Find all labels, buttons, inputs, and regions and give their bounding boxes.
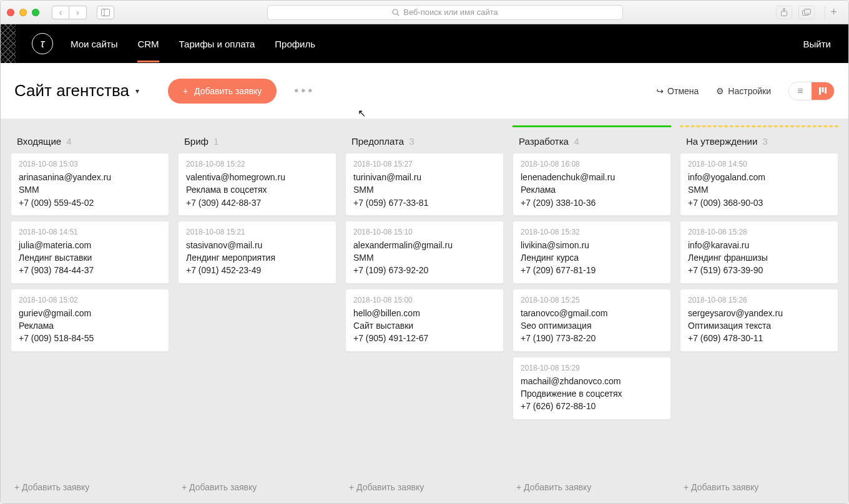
card-phone: +7 (059) 677-33-81 [353, 196, 496, 209]
browser-titlebar: ‹ › Веб-поиск или имя сайта + [1, 1, 848, 24]
lead-card[interactable]: 2018-10-08 15:21stasivanov@mail.ruЛендин… [178, 221, 336, 284]
card-service: SMM [353, 183, 496, 196]
lead-card[interactable]: 2018-10-08 15:27turinivan@mail.ruSMM+7 (… [345, 153, 504, 216]
card-email: stasivanov@mail.ru [186, 239, 328, 251]
card-timestamp: 2018-10-08 15:00 [353, 296, 496, 304]
card-timestamp: 2018-10-08 15:25 [521, 296, 663, 304]
card-service: Сайт выставки [353, 319, 496, 332]
column-title: Предоплата [351, 136, 404, 147]
share-button[interactable] [776, 6, 792, 19]
card-email: machail@zhdanovco.com [521, 375, 663, 387]
card-service: SMM [688, 183, 830, 196]
plus-icon: + [830, 6, 837, 19]
card-email: valentiva@homegrown.ru [186, 171, 328, 183]
kanban-column: На утверждении 32018-10-08 14:50info@yog… [680, 125, 838, 497]
column-cards: 2018-10-08 15:03arinasanina@yandex.ruSMM… [11, 153, 169, 352]
lead-card[interactable]: 2018-10-08 15:32livikina@simon.ruЛендинг… [513, 221, 671, 284]
back-button[interactable]: ‹ [52, 6, 69, 19]
app-logo[interactable]: τ [32, 33, 53, 54]
minimize-window-button[interactable] [19, 9, 27, 16]
card-timestamp: 2018-10-08 15:32 [521, 228, 663, 236]
column-cards: 2018-10-08 16:08lenenadenchuk@mail.ruРек… [513, 153, 671, 420]
lead-card[interactable]: 2018-10-08 15:28info@karavai.ruЛендинг ф… [680, 221, 838, 284]
app-header: τ Мои сайты CRM Тарифы и оплата Профиль … [1, 24, 848, 63]
forward-button[interactable]: › [69, 6, 87, 19]
close-window-button[interactable] [7, 9, 14, 16]
list-view-button[interactable]: ≡ [789, 82, 812, 100]
svg-rect-0 [102, 9, 110, 16]
lead-card[interactable]: 2018-10-08 15:22valentiva@homegrown.ruРе… [178, 153, 336, 216]
lead-card[interactable]: 2018-10-08 16:08lenenadenchuk@mail.ruРек… [513, 153, 671, 216]
card-phone: +7 (519) 673-39-90 [688, 264, 830, 276]
view-toggle: ≡ [788, 82, 835, 100]
more-menu-button[interactable]: ••• [294, 84, 315, 98]
lead-card[interactable]: 2018-10-08 15:10alexandermalin@gmail.ruS… [345, 221, 504, 284]
card-phone: +7 (190) 773-82-20 [521, 332, 663, 344]
column-header[interactable]: Разработка 4 [513, 127, 671, 153]
add-request-button[interactable]: + Добавить заявку [168, 79, 277, 104]
cancel-button[interactable]: ↩ Отмена [656, 86, 699, 96]
browser-nav-buttons: ‹ › [52, 6, 87, 19]
card-service: Лендинг курса [521, 251, 663, 264]
card-service: Seo оптимизация [521, 319, 663, 332]
new-tab-button[interactable]: + [825, 6, 842, 19]
lead-card[interactable]: 2018-10-08 14:51julia@materia.comЛендинг… [11, 221, 169, 284]
column-count: 3 [763, 136, 768, 147]
tabs-icon [802, 9, 811, 16]
zoom-window-button[interactable] [32, 9, 39, 16]
add-card-button[interactable]: + Добавить заявку [680, 477, 838, 497]
page-toolbar: Сайт агентства ▾ + Добавить заявку ••• ↩… [1, 63, 848, 119]
card-phone: +7 (109) 673-92-20 [353, 264, 496, 276]
add-card-button[interactable]: + Добавить заявку [11, 477, 169, 497]
lead-card[interactable]: 2018-10-08 15:03arinasanina@yandex.ruSMM… [11, 153, 169, 216]
logout-link[interactable]: Выйти [803, 39, 831, 49]
header-texture [1, 24, 16, 63]
column-header[interactable]: Бриф 1 [178, 127, 336, 153]
card-phone: +7 (209) 677-81-19 [521, 264, 663, 276]
sidebar-toggle-button[interactable] [97, 6, 114, 19]
nav-pricing[interactable]: Тарифы и оплата [179, 25, 255, 62]
lead-card[interactable]: 2018-10-08 14:50info@yogaland.comSMM+7 (… [680, 153, 838, 216]
kanban-board: Входящие 42018-10-08 15:03arinasanina@ya… [1, 119, 848, 503]
address-bar[interactable]: Веб-поиск или имя сайта [267, 5, 623, 20]
search-icon [392, 9, 400, 16]
nav-my-sites[interactable]: Мои сайты [71, 25, 117, 62]
svg-rect-10 [825, 87, 827, 94]
lead-card[interactable]: 2018-10-08 15:25taranovco@gmail.comSeo о… [513, 289, 671, 352]
traffic-lights [7, 9, 39, 16]
tabs-button[interactable] [798, 6, 815, 19]
add-card-button[interactable]: + Добавить заявку [513, 477, 671, 497]
card-email: info@karavai.ru [688, 239, 830, 251]
column-cards: 2018-10-08 14:50info@yogaland.comSMM+7 (… [680, 153, 838, 352]
column-header[interactable]: Предоплата 3 [345, 127, 504, 153]
lead-card[interactable]: 2018-10-08 15:29machail@zhdanovco.comПро… [513, 357, 671, 420]
lead-card[interactable]: 2018-10-08 15:26sergeysarov@yandex.ruОпт… [680, 289, 838, 352]
card-timestamp: 2018-10-08 15:26 [688, 296, 830, 304]
nav-profile[interactable]: Профиль [275, 25, 315, 62]
card-service: Лендинг мероприятия [186, 251, 328, 264]
svg-point-2 [393, 9, 398, 14]
page-title: Сайт агентства [14, 81, 129, 100]
card-timestamp: 2018-10-08 15:21 [186, 228, 328, 236]
column-count: 1 [213, 136, 218, 147]
column-header[interactable]: Входящие 4 [11, 127, 169, 153]
lead-card[interactable]: 2018-10-08 15:02guriev@gmail.comРеклама+… [11, 289, 169, 352]
column-cards: 2018-10-08 15:27turinivan@mail.ruSMM+7 (… [345, 153, 504, 352]
svg-line-3 [397, 14, 399, 16]
column-title: Бриф [184, 136, 209, 147]
card-timestamp: 2018-10-08 16:08 [521, 160, 663, 168]
nav-crm[interactable]: CRM [137, 25, 159, 62]
project-selector[interactable]: Сайт агентства ▾ [14, 81, 139, 100]
svg-rect-7 [805, 9, 811, 14]
board-view-button[interactable] [812, 82, 834, 100]
settings-button[interactable]: ⚙ Настройки [716, 86, 771, 96]
card-phone: +7 (009) 518-84-55 [19, 332, 161, 344]
titlebar-right: + [776, 6, 842, 19]
add-card-button[interactable]: + Добавить заявку [345, 477, 504, 497]
add-card-button[interactable]: + Добавить заявку [178, 477, 336, 497]
card-timestamp: 2018-10-08 15:03 [19, 160, 161, 168]
lead-card[interactable]: 2018-10-08 15:00hello@billen.comСайт выс… [345, 289, 504, 352]
card-email: sergeysarov@yandex.ru [688, 307, 830, 319]
card-email: alexandermalin@gmail.ru [353, 239, 496, 251]
column-header[interactable]: На утверждении 3 [680, 127, 838, 153]
